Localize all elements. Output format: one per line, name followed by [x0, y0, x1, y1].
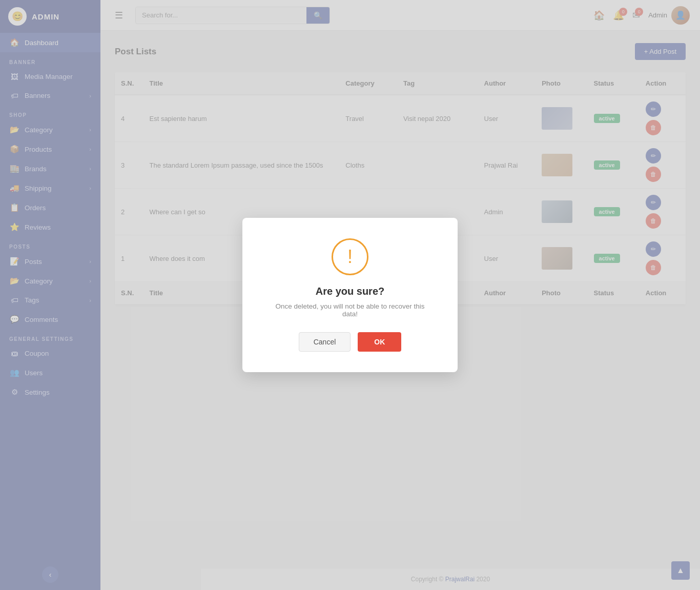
modal-message: Once deleted, you will not be able to re… — [267, 302, 433, 318]
confirm-modal: ! Are you sure? Once deleted, you will n… — [242, 218, 458, 372]
cancel-button[interactable]: Cancel — [299, 332, 351, 352]
warning-icon: ! — [332, 238, 368, 275]
modal-overlay: ! Are you sure? Once deleted, you will n… — [0, 0, 700, 590]
modal-buttons: Cancel OK — [267, 332, 433, 352]
modal-title: Are you sure? — [267, 286, 433, 297]
ok-button[interactable]: OK — [358, 332, 401, 352]
